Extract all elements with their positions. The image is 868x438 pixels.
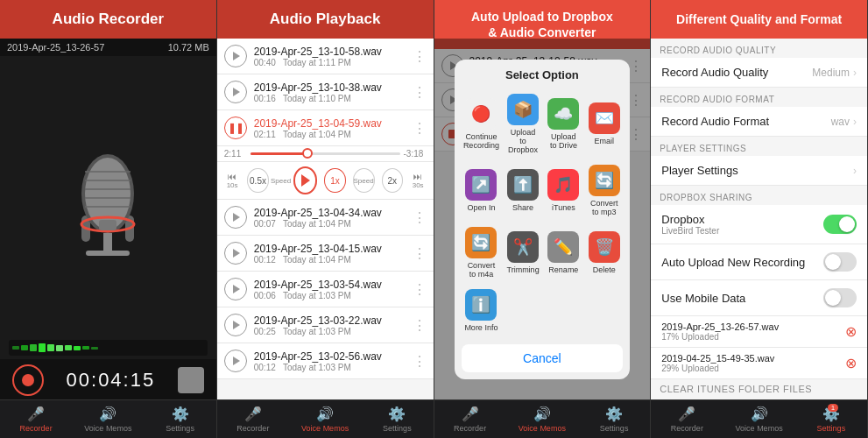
play-button[interactable]: [224, 314, 247, 336]
play-button[interactable]: [224, 350, 247, 372]
nav-voice-memos[interactable]: 🔊 Voice Memos: [72, 400, 144, 438]
nav-recorder[interactable]: 🎤 Recorder: [434, 400, 506, 438]
play-item-name: 2019-Apr-25_13-04-59.wav: [254, 117, 406, 130]
modal-option-info[interactable]: ℹ️ More Info: [462, 286, 501, 336]
play-button[interactable]: [224, 242, 247, 265]
play-item-info: 2019-Apr-25_13-03-22.wav 00:25 Today at …: [254, 314, 406, 336]
list-item[interactable]: 2019-Apr-25_13-04-34.wav 00:07 Today at …: [217, 200, 434, 236]
modal-overlay[interactable]: Select Option 🔴 ContinueRecording 📦 Uplo…: [434, 39, 651, 399]
modal-option-continue[interactable]: 🔴 ContinueRecording: [462, 90, 501, 158]
speed-controls: ⏮ 10s 0.5x Speed 1x Speed 2x ⏭ 30s: [217, 162, 434, 200]
nav-voice-memos-label: Voice Memos: [301, 424, 349, 433]
nav-settings[interactable]: ⚙️ Settings 1: [795, 400, 867, 438]
recorder-nav-icon: 🎤: [27, 406, 45, 422]
chevron-icon: ›: [853, 67, 857, 79]
mobile-data-toggle[interactable]: [823, 288, 857, 307]
play-button[interactable]: [224, 206, 247, 229]
nav-recorder[interactable]: 🎤 Recorder: [0, 400, 72, 438]
more-options-icon[interactable]: ⋮: [413, 48, 427, 65]
progress-fill: [251, 152, 307, 155]
settings-row-quality[interactable]: Record Audio Quality Medium ›: [651, 58, 867, 88]
cancel-upload-1[interactable]: ⊗: [845, 323, 857, 340]
list-item[interactable]: 2019-Apr-25_13-02-56.wav 00:12 Today at …: [217, 343, 434, 379]
progress-track[interactable]: [251, 152, 400, 155]
more-options-icon[interactable]: ⋮: [413, 281, 427, 298]
pause-button[interactable]: ❚❚: [224, 117, 247, 139]
settings-row-mobile-data[interactable]: Use Mobile Data: [651, 280, 867, 316]
nav-settings[interactable]: ⚙️ Settings: [361, 400, 433, 438]
play-item-name: 2019-Apr-25_13-04-15.wav: [254, 243, 406, 255]
rewind-button[interactable]: ⏮ 10s: [224, 172, 241, 189]
play-main-button[interactable]: [293, 166, 318, 194]
list-item[interactable]: 2019-Apr-25_13-10-38.wav 00:16 Today at …: [217, 74, 434, 110]
modal-option-delete[interactable]: 🗑️ Delete: [586, 223, 623, 282]
nav-recorder[interactable]: 🎤 Recorder: [651, 400, 723, 438]
play-item-name: 2019-Apr-25_13-10-38.wav: [254, 81, 406, 94]
settings-row-format[interactable]: Record Audio Format wav ›: [651, 107, 867, 137]
more-options-icon[interactable]: ⋮: [413, 245, 427, 262]
more-options-icon[interactable]: ⋮: [413, 84, 427, 101]
dropbox-info: Dropbox LiveBird Tester: [661, 213, 719, 236]
list-item[interactable]: 2019-Apr-25_13-03-54.wav 00:06 Today at …: [217, 272, 434, 307]
more-options-icon[interactable]: ⋮: [413, 209, 427, 226]
nav-voice-memos[interactable]: 🔊 Voice Memos: [289, 400, 361, 438]
play-item-info: 2019-Apr-25_13-04-34.wav 00:07 Today at …: [254, 207, 406, 229]
clear-itunes-label: CLEAR ITUNES FOLDER FILES: [651, 379, 867, 399]
cancel-upload-2[interactable]: ⊗: [845, 355, 857, 371]
playback-title: Audio Playback: [270, 11, 381, 28]
forward-button[interactable]: ⏭ 30s: [410, 172, 427, 189]
settings-row-auto-upload[interactable]: Auto Upload New Recording: [651, 244, 867, 280]
modal-option-m4a[interactable]: 🔄 Convertto m4a: [462, 223, 501, 282]
svg-rect-12: [99, 220, 116, 230]
record-dot: [22, 374, 34, 386]
email-icon: ✉️: [589, 102, 620, 134]
nav-voice-memos-label: Voice Memos: [519, 424, 566, 433]
modal-option-trim[interactable]: ✂️ Trimming: [505, 223, 541, 282]
nav-voice-memos[interactable]: 🔊 Voice Memos: [506, 400, 578, 438]
play-button[interactable]: [224, 81, 247, 103]
auto-upload-label: Auto Upload New Recording: [661, 256, 805, 269]
nav-settings[interactable]: ⚙️ Settings: [145, 400, 216, 438]
modal-option-dropbox[interactable]: 📦 Uploadto Dropbox: [505, 90, 541, 158]
auto-upload-toggle[interactable]: [823, 252, 857, 272]
play-button[interactable]: [224, 278, 247, 300]
nav-settings[interactable]: ⚙️ Settings: [578, 400, 650, 438]
modal-option-open[interactable]: ↗️ Open In: [462, 161, 501, 220]
cancel-button[interactable]: Cancel: [462, 344, 623, 372]
settings-row-dropbox[interactable]: Dropbox LiveBird Tester: [651, 205, 867, 244]
play-button[interactable]: [224, 45, 247, 67]
more-options-icon[interactable]: ⋮: [413, 120, 427, 137]
dropbox-icon: 📦: [507, 94, 539, 125]
section-dropbox-label: DROPBOX SHARING: [651, 186, 867, 205]
itunes-label: iTunes: [552, 203, 575, 212]
nav-voice-memos[interactable]: 🔊 Voice Memos: [723, 400, 795, 438]
list-item[interactable]: 2019-Apr-25_13-10-58.wav 00:40 Today at …: [217, 39, 434, 74]
player-settings-label: Player Settings: [661, 164, 737, 177]
recorder-filename: 2019-Apr-25_13-26-57: [7, 42, 104, 53]
modal-option-rename[interactable]: ✏️ Rename: [545, 223, 582, 282]
modal-option-itunes[interactable]: 🎵 iTunes: [545, 161, 582, 220]
list-item[interactable]: 2019-Apr-25_13-03-22.wav 00:25 Today at …: [217, 307, 434, 343]
nav-recorder[interactable]: 🎤 Recorder: [217, 400, 289, 438]
play-item-meta: 00:25 Today at 1:03 PM: [254, 327, 406, 336]
modal-option-email[interactable]: ✉️ Email: [586, 90, 623, 158]
stop-button[interactable]: [178, 367, 204, 393]
upload-title: Auto Upload to Dropbox& Audio Converter: [471, 9, 613, 40]
record-button[interactable]: [12, 364, 44, 396]
dropbox-toggle[interactable]: [823, 215, 857, 234]
rename-icon: ✏️: [547, 231, 579, 263]
list-item-active[interactable]: ❚❚ 2019-Apr-25_13-04-59.wav 02:11 Today …: [217, 110, 434, 146]
modal-option-share[interactable]: ⬆️ Share: [505, 161, 541, 220]
speed-1x-button[interactable]: 1x: [324, 168, 345, 193]
settings-nav-icon: ⚙️: [172, 406, 189, 422]
list-item[interactable]: 2019-Apr-25_13-04-15.wav 00:12 Today at …: [217, 236, 434, 272]
play-item-meta: 00:16 Today at 1:10 PM: [254, 94, 406, 103]
speed-half-button[interactable]: 0.5x: [247, 168, 268, 193]
speed-2x-button[interactable]: 2x: [382, 168, 403, 193]
more-options-icon[interactable]: ⋮: [413, 317, 427, 334]
more-options-icon[interactable]: ⋮: [413, 353, 427, 370]
settings-row-player[interactable]: Player Settings ›: [651, 156, 867, 186]
auto-upload-panel: Auto Upload to Dropbox& Audio Converter …: [434, 0, 652, 438]
modal-option-mp3[interactable]: 🔄 Convertto mp3: [586, 161, 623, 220]
modal-option-drive[interactable]: ☁️ Uploadto Drive: [545, 90, 582, 158]
